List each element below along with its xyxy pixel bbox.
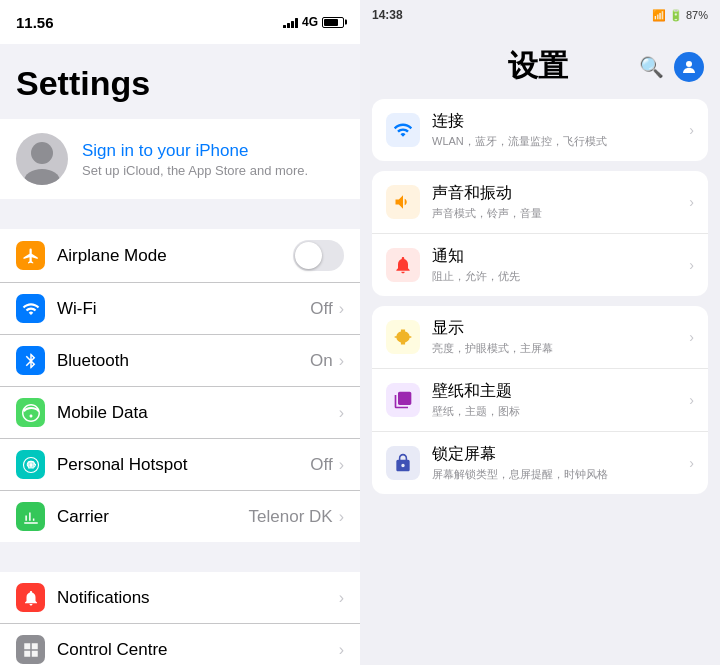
cn-lock-chevron-icon: › (689, 455, 694, 471)
left-panel: 11.56 4G Settings (0, 0, 360, 665)
battery-icon (322, 17, 344, 28)
cn-sound-chevron-icon: › (689, 194, 694, 210)
cn-lock-text: 锁定屏幕 屏幕解锁类型，息屏提醒，时钟风格 (432, 444, 689, 482)
cn-search-icon[interactable]: 🔍 (639, 55, 664, 79)
left-content: Settings Sign in to your iPhone Set up i… (0, 44, 360, 665)
bluetooth-icon (16, 346, 45, 375)
cn-lock-subtitle: 屏幕解锁类型，息屏提醒，时钟风格 (432, 467, 689, 482)
cn-connect-title: 连接 (432, 111, 689, 132)
cn-connect-text: 连接 WLAN，蓝牙，流量监控，飞行模式 (432, 111, 689, 149)
svg-point-2 (29, 463, 32, 466)
cn-wallpaper-subtitle: 壁纸，主题，图标 (432, 404, 689, 419)
cn-title-icons: 🔍 (639, 52, 704, 82)
mobile-data-chevron-icon: › (339, 404, 344, 422)
cn-display-subtitle: 亮度，护眼模式，主屏幕 (432, 341, 689, 356)
left-status-bar: 11.56 4G (0, 0, 360, 44)
cn-display-text: 显示 亮度，护眼模式，主屏幕 (432, 318, 689, 356)
notifications-row[interactable]: Notifications › (0, 572, 360, 624)
cn-sound-text: 声音和振动 声音模式，铃声，音量 (432, 183, 689, 221)
cn-sound-title: 声音和振动 (432, 183, 689, 204)
cn-connect-chevron-icon: › (689, 122, 694, 138)
cn-display-icon (386, 320, 420, 354)
carrier-chevron-icon: › (339, 508, 344, 526)
cn-notif-row[interactable]: 通知 阻止，允许，优先 › (372, 234, 708, 296)
right-status-icons: 📶 🔋 87% (652, 9, 708, 22)
cn-display-title: 显示 (432, 318, 689, 339)
notifications-label: Notifications (57, 588, 339, 608)
cn-lock-row[interactable]: 锁定屏幕 屏幕解锁类型，息屏提醒，时钟风格 › (372, 432, 708, 494)
cn-title-area: 设置 🔍 (372, 30, 708, 99)
carrier-icon (16, 502, 45, 531)
cn-lock-icon (386, 446, 420, 480)
cn-sound-icon (386, 185, 420, 219)
wifi-label: Wi-Fi (57, 299, 310, 319)
bluetooth-chevron-icon: › (339, 352, 344, 370)
cn-sound-subtitle: 声音模式，铃声，音量 (432, 206, 689, 221)
network-group: Airplane Mode Wi-Fi Off › Bluetooth (0, 229, 360, 542)
cn-card-sound-notif: 声音和振动 声音模式，铃声，音量 › 通知 阻止，允许，优先 › (372, 171, 708, 296)
cn-wallpaper-title: 壁纸和主题 (432, 381, 689, 402)
cn-connect-row[interactable]: 连接 WLAN，蓝牙，流量监控，飞行模式 › (372, 99, 708, 161)
control-centre-label: Control Centre (57, 640, 339, 660)
personal-hotspot-icon (16, 450, 45, 479)
cn-notif-icon (386, 248, 420, 282)
personal-hotspot-value: Off (310, 455, 332, 475)
wifi-icon (16, 294, 45, 323)
right-battery-label: 87% (686, 9, 708, 21)
cn-page-title: 设置 (436, 46, 639, 87)
mobile-data-label: Mobile Data (57, 403, 339, 423)
bluetooth-label: Bluetooth (57, 351, 310, 371)
cn-notif-title: 通知 (432, 246, 689, 267)
cn-wifi-icon (386, 113, 420, 147)
cn-sound-row[interactable]: 声音和振动 声音模式，铃声，音量 › (372, 171, 708, 234)
cn-display-row[interactable]: 显示 亮度，护眼模式，主屏幕 › (372, 306, 708, 369)
control-centre-chevron-icon: › (339, 641, 344, 659)
profile-signin-title: Sign in to your iPhone (82, 141, 308, 161)
wifi-value: Off (310, 299, 332, 319)
airplane-mode-toggle[interactable] (293, 240, 344, 271)
cn-wallpaper-text: 壁纸和主题 壁纸，主题，图标 (432, 381, 689, 419)
personal-hotspot-label: Personal Hotspot (57, 455, 310, 475)
cn-wallpaper-row[interactable]: 壁纸和主题 壁纸，主题，图标 › (372, 369, 708, 432)
carrier-value: Telenor DK (249, 507, 333, 527)
notifications-group: Notifications › Control Centre › Do Not … (0, 572, 360, 665)
profile-text: Sign in to your iPhone Set up iCloud, th… (82, 141, 308, 178)
personal-hotspot-row[interactable]: Personal Hotspot Off › (0, 439, 360, 491)
signal-bars-icon (283, 16, 298, 28)
cn-card-connect: 连接 WLAN，蓝牙，流量监控，飞行模式 › (372, 99, 708, 161)
cn-notif-chevron-icon: › (689, 257, 694, 273)
airplane-mode-label: Airplane Mode (57, 246, 293, 266)
bluetooth-row[interactable]: Bluetooth On › (0, 335, 360, 387)
page-title: Settings (0, 44, 360, 119)
notifications-chevron-icon: › (339, 589, 344, 607)
cn-wallpaper-icon (386, 383, 420, 417)
airplane-mode-icon (16, 241, 45, 270)
carrier-row[interactable]: Carrier Telenor DK › (0, 491, 360, 542)
notifications-icon (16, 583, 45, 612)
cn-notif-subtitle: 阻止，允许，优先 (432, 269, 689, 284)
cn-card-display-etc: 显示 亮度，护眼模式，主屏幕 › 壁纸和主题 壁纸，主题，图标 › (372, 306, 708, 494)
airplane-mode-row[interactable]: Airplane Mode (0, 229, 360, 283)
mobile-data-icon (16, 398, 45, 427)
svg-point-3 (686, 61, 692, 67)
cn-wallpaper-chevron-icon: › (689, 392, 694, 408)
mobile-data-row[interactable]: Mobile Data › (0, 387, 360, 439)
network-type-label: 4G (302, 15, 318, 29)
cn-avatar-icon[interactable] (674, 52, 704, 82)
wifi-row[interactable]: Wi-Fi Off › (0, 283, 360, 335)
cn-notif-text: 通知 阻止，允许，优先 (432, 246, 689, 284)
carrier-label: Carrier (57, 507, 249, 527)
svg-point-0 (31, 142, 53, 164)
right-content: 设置 🔍 连接 WLAN，蓝牙，流量监控，飞行模式 › (360, 30, 720, 665)
avatar (16, 133, 68, 185)
profile-card[interactable]: Sign in to your iPhone Set up iCloud, th… (0, 119, 360, 199)
wifi-chevron-icon: › (339, 300, 344, 318)
right-time: 14:38 (372, 8, 403, 22)
right-panel: 14:38 📶 🔋 87% 设置 🔍 (360, 0, 720, 665)
cn-display-chevron-icon: › (689, 329, 694, 345)
svg-point-1 (24, 169, 60, 185)
cn-connect-subtitle: WLAN，蓝牙，流量监控，飞行模式 (432, 134, 689, 149)
control-centre-row[interactable]: Control Centre › (0, 624, 360, 665)
left-status-icons: 4G (283, 15, 344, 29)
right-status-bar: 14:38 📶 🔋 87% (360, 0, 720, 30)
